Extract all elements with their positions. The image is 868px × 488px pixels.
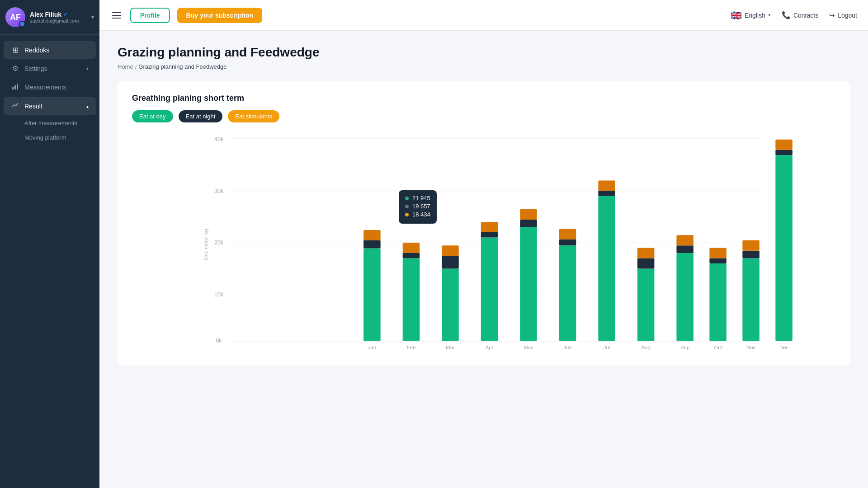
- sidebar-navigation: ⊞ Reddoks ⚙ Settings ▾ Measurements Resu…: [0, 35, 99, 488]
- avatar: AF: [5, 7, 25, 27]
- svg-rect-14: [363, 249, 381, 341]
- verified-badge: [19, 21, 25, 27]
- svg-rect-42: [637, 268, 655, 341]
- breadcrumb-home[interactable]: Home: [118, 63, 133, 70]
- sidebar: AF Alex Filiuk ✓ sashafela@gmail.com ▾ ⊞…: [0, 0, 99, 488]
- svg-rect-44: [637, 248, 655, 258]
- svg-rect-38: [598, 196, 615, 341]
- svg-rect-16: [363, 230, 381, 240]
- verified-icon: ✓: [63, 11, 68, 18]
- sidebar-item-settings[interactable]: ⚙ Settings ▾: [4, 60, 96, 77]
- user-name: Alex Filiuk ✓: [30, 11, 87, 18]
- svg-rect-22: [442, 268, 459, 341]
- svg-rect-50: [709, 263, 726, 341]
- language-selector[interactable]: 🇬🇧 English ▾: [731, 10, 771, 21]
- svg-text:Jul: Jul: [604, 345, 610, 350]
- svg-rect-48: [676, 235, 693, 245]
- svg-rect-1: [14, 85, 16, 89]
- hamburger-button[interactable]: [110, 10, 123, 20]
- settings-chevron-icon: ▾: [86, 66, 89, 71]
- svg-rect-39: [598, 191, 615, 196]
- user-menu-chevron[interactable]: ▾: [91, 14, 94, 20]
- svg-text:Feb: Feb: [407, 345, 416, 350]
- svg-rect-15: [363, 240, 381, 249]
- svg-rect-56: [742, 240, 760, 251]
- svg-rect-58: [775, 155, 793, 341]
- language-label: English: [745, 12, 765, 19]
- settings-icon: ⚙: [11, 64, 20, 73]
- sidebar-item-result[interactable]: Result ▴: [4, 97, 96, 115]
- svg-text:10k: 10k: [214, 291, 224, 298]
- chart-title: Greathing planing short term: [132, 94, 835, 103]
- svg-rect-51: [709, 258, 726, 263]
- page-content: Grazing planning and Feedwedge Home / Gr…: [99, 31, 868, 488]
- svg-text:May: May: [524, 345, 533, 350]
- sidebar-item-measurements[interactable]: Measurements: [4, 78, 96, 96]
- svg-text:Jun: Jun: [563, 345, 571, 350]
- svg-rect-23: [442, 256, 459, 268]
- chart-card: Greathing planing short term Eat at day …: [118, 81, 850, 366]
- svg-text:40k: 40k: [214, 136, 224, 142]
- svg-rect-40: [598, 180, 615, 191]
- breadcrumb: Home / Grazing planning and Feedwedge: [118, 63, 850, 70]
- language-chevron-icon: ▾: [768, 12, 771, 18]
- logout-button[interactable]: ↪ Logout: [829, 11, 857, 19]
- svg-rect-24: [442, 245, 459, 256]
- grid-icon: ⊞: [11, 46, 20, 54]
- sidebar-item-after-measurements[interactable]: After measurements: [4, 116, 96, 130]
- bar-chart: 40k 30k 20k 10k 0k Drie meter kg: [132, 131, 835, 353]
- svg-rect-26: [481, 238, 498, 341]
- sidebar-item-reddoks[interactable]: ⊞ Reddoks: [4, 41, 96, 59]
- breadcrumb-separator: /: [135, 63, 137, 70]
- svg-text:Apr: Apr: [486, 345, 494, 350]
- measurements-icon: [11, 83, 20, 92]
- svg-rect-28: [481, 222, 498, 232]
- svg-rect-27: [481, 232, 498, 237]
- svg-rect-46: [676, 253, 693, 341]
- svg-text:Sep: Sep: [680, 345, 689, 350]
- svg-text:Mar: Mar: [446, 345, 455, 350]
- sidebar-item-moving-platform[interactable]: Moving platform: [4, 131, 96, 145]
- svg-rect-35: [559, 239, 576, 246]
- result-icon: [11, 102, 20, 111]
- hamburger-line: [112, 12, 121, 13]
- svg-rect-47: [676, 245, 693, 253]
- user-profile-section: AF Alex Filiuk ✓ sashafela@gmail.com ▾: [0, 0, 99, 35]
- legend-eat-day[interactable]: Eat at day: [132, 110, 173, 122]
- contacts-button[interactable]: 📞 Contacts: [782, 11, 818, 19]
- svg-text:Oct: Oct: [714, 345, 722, 350]
- svg-text:0k: 0k: [216, 338, 222, 344]
- svg-rect-30: [520, 227, 537, 341]
- header: Profile Buy your subscription 🇬🇧 English…: [99, 0, 868, 31]
- svg-rect-43: [637, 258, 655, 268]
- svg-text:Dec: Dec: [779, 345, 789, 350]
- svg-text:Aug: Aug: [641, 345, 650, 350]
- svg-text:20k: 20k: [214, 239, 224, 246]
- profile-button[interactable]: Profile: [130, 8, 170, 23]
- breadcrumb-current: Grazing planning and Feedwedge: [138, 63, 226, 70]
- user-email: sashafela@gmail.com: [30, 18, 87, 23]
- svg-text:Jan: Jan: [368, 345, 376, 350]
- flag-icon: 🇬🇧: [731, 10, 742, 21]
- svg-rect-32: [520, 209, 537, 220]
- legend-eat-night[interactable]: Eat at night: [179, 110, 223, 122]
- svg-rect-36: [559, 229, 576, 239]
- header-right: 🇬🇧 English ▾ 📞 Contacts ↪ Logout: [731, 10, 857, 21]
- legend-eat-stimulants[interactable]: Eat stimulants: [228, 110, 279, 122]
- svg-text:Nov: Nov: [746, 345, 756, 350]
- subscription-button[interactable]: Buy your subscription: [177, 8, 263, 23]
- svg-rect-60: [775, 140, 793, 150]
- svg-rect-59: [775, 150, 793, 155]
- svg-rect-34: [559, 245, 576, 341]
- svg-rect-19: [403, 253, 420, 258]
- svg-rect-0: [12, 87, 14, 89]
- phone-icon: 📞: [782, 11, 791, 19]
- svg-rect-20: [403, 243, 420, 253]
- logout-icon: ↪: [829, 11, 835, 19]
- svg-text:Drie meter kg: Drie meter kg: [203, 229, 208, 260]
- svg-rect-55: [742, 251, 760, 258]
- svg-text:30k: 30k: [214, 188, 224, 194]
- main-area: Profile Buy your subscription 🇬🇧 English…: [99, 0, 868, 488]
- hamburger-line: [112, 18, 121, 19]
- svg-rect-18: [403, 258, 420, 341]
